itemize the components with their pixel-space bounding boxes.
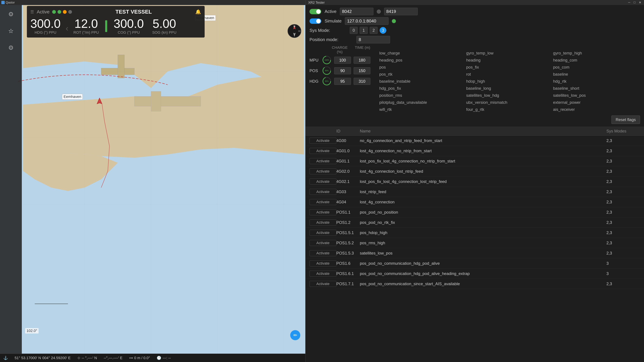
map-svg — [0, 5, 305, 354]
table-col-name: Name — [360, 129, 606, 133]
status-coords-lon: 004° 24.59200' E — [42, 356, 70, 360]
sys-mode-1[interactable]: 1 — [360, 27, 368, 34]
bell-icon[interactable]: 🔔 — [195, 9, 201, 14]
sys-mode-0[interactable]: 0 — [350, 27, 358, 34]
cursor-icon: ⊹ — [77, 356, 80, 360]
flag-external-power: external_power — [553, 99, 640, 105]
activate-4g03-button[interactable]: Activate — [310, 189, 336, 195]
table-row: Activate POS1.5.1 pos_hdop_high 2,3 — [306, 228, 644, 238]
table-row: Activate 4G02.1 lost_pos_fix_lost_4g_con… — [306, 177, 644, 187]
row-name: pos_pod_no_rtk_fix — [360, 220, 606, 225]
activate-pos161-button[interactable]: Activate — [310, 271, 336, 277]
sys-mode-2[interactable]: 2 — [370, 27, 378, 34]
activate-4g011-button[interactable]: Activate — [310, 158, 336, 164]
table-col-sys-modes: Sys Modes — [606, 129, 640, 133]
vessel-name: TEST VESSEL — [116, 9, 152, 15]
row-sys-modes: 2,3 — [606, 220, 640, 225]
activate-pos11-button[interactable]: Activate — [310, 209, 336, 215]
activate-pos16-button[interactable]: Activate — [310, 260, 336, 266]
right-panel: XR2 Tester ─ □ ✕ Active — [305, 0, 644, 362]
sep1: ‹ — [66, 23, 68, 35]
row-name: pos_rms_high — [360, 241, 606, 245]
active-toggle[interactable] — [310, 9, 321, 14]
activate-pos153-button[interactable]: Activate — [310, 250, 336, 256]
table-row: Activate POS1.1 pos_pod_no_position 2,3 — [306, 207, 644, 217]
hdg-charge-input[interactable] — [334, 78, 351, 85]
position-mode-label: Position mode: — [310, 37, 353, 42]
flag-heading: heading — [466, 57, 553, 63]
app-icon — [1, 1, 5, 4]
row-sys-modes: 2,3 — [606, 230, 640, 235]
sidebar-icon-settings[interactable]: ⚙ — [5, 8, 17, 20]
svg-text:100%: 100% — [324, 59, 329, 61]
activate-pos12-button[interactable]: Activate — [310, 220, 336, 226]
rot-label: ROT (°/m) PPU — [74, 30, 99, 35]
reset-flags-button[interactable]: Reset flags — [612, 115, 640, 124]
row-sys-modes: 2,3 — [606, 179, 640, 184]
activate-pos152-button[interactable]: Activate — [310, 240, 336, 246]
row-name: pos_pod_no_communication_hdg_pod_alive — [360, 261, 606, 266]
edit-button[interactable]: ✏ — [290, 330, 300, 340]
activate-4g020-button[interactable]: Activate — [310, 168, 336, 174]
flag-gyro-temp-high: gyro_temp_high — [553, 50, 640, 56]
sidebar-icon-config[interactable]: ⚙ — [5, 42, 17, 54]
mpu-charge-input[interactable] — [334, 57, 351, 64]
activate-4g021-button[interactable]: Activate — [310, 179, 336, 185]
hdg-time-input[interactable] — [354, 78, 370, 85]
hdg-gauge: 95% — [322, 77, 332, 86]
close-button[interactable]: ✕ — [639, 1, 641, 4]
activate-4g00-button[interactable]: Activate — [310, 138, 336, 144]
svg-text:95%: 95% — [325, 80, 329, 82]
sys-mode-buttons: 0 1 2 3 — [350, 27, 386, 34]
flag-baseline-instable: baseline_instable — [379, 78, 466, 84]
active-port-input[interactable] — [340, 8, 374, 15]
right-app-title: XR2 Tester — [308, 1, 325, 4]
row-name: lost_4g_connection_no_ntrip_from_start — [360, 149, 606, 153]
active-toggle-thumb — [316, 9, 320, 14]
flag-wifi-rtk: wifi_rtk — [379, 106, 466, 112]
status-icon-anchor: ⚓ — [3, 356, 8, 360]
location-label-eemhaven: Eemhaven — [62, 94, 83, 100]
row-name: pos_pod_no_position — [360, 210, 606, 215]
svg-rect-7 — [118, 55, 124, 78]
table-row: Activate POS1.5.2 pos_rms_high 2,3 — [306, 238, 644, 248]
table-row: Activate 4G02.0 lost_4g_connection_lost_… — [306, 166, 644, 177]
flag-ais-receiver: ais_receiver — [553, 106, 640, 112]
hdg-label-dev: HDG — [310, 79, 320, 84]
table-row: Activate 4G03 lost_ntrip_feed 2,3 — [306, 187, 644, 197]
active-port-input2[interactable] — [384, 8, 418, 15]
row-id: POS1.1 — [336, 210, 360, 215]
maximize-button[interactable]: □ — [634, 1, 636, 4]
row-sys-modes: 3 — [606, 261, 640, 266]
status-coords-lat: 51° 53.17000' N — [14, 356, 41, 360]
activate-4g04-button[interactable]: Activate — [310, 199, 336, 205]
svg-rect-3 — [134, 96, 201, 106]
flags-col3: gyro_temp_high heading_com pos_com basel… — [553, 50, 640, 112]
row-sys-modes: 2,3 — [606, 189, 640, 194]
flag-pos-fix: pos_fix — [466, 64, 553, 70]
table-col-id: ID — [336, 129, 360, 133]
minimize-button[interactable]: ─ — [628, 1, 630, 4]
pos-gauge: 90% — [322, 66, 332, 75]
hamburger-icon[interactable]: ☰ — [30, 9, 34, 14]
row-name: lost_pos_fix_lost_4g_connection_no_ntrip… — [360, 159, 606, 163]
mpu-time-input[interactable] — [354, 57, 370, 64]
flag-satellites-low-hdg: satellites_low_hdg — [466, 92, 553, 98]
right-titlebar: XR2 Tester ─ □ ✕ — [306, 0, 644, 5]
activate-4g010-button[interactable]: Activate — [310, 148, 336, 154]
position-mode-input[interactable] — [356, 36, 390, 43]
sidebar-icon-star[interactable]: ☆ — [5, 25, 17, 37]
flag-satellites-low-pos: satellites_low_pos — [553, 92, 640, 98]
simulate-toggle[interactable] — [310, 18, 321, 24]
flag-position-rms: position_rms — [379, 92, 466, 98]
sys-mode-3[interactable]: 3 — [380, 27, 386, 34]
row-sys-modes: 2,3 — [606, 138, 640, 143]
pos-charge-input[interactable] — [334, 67, 351, 74]
pos-time-input[interactable] — [354, 67, 370, 74]
activate-pos171-button[interactable]: Activate — [310, 281, 336, 287]
activate-pos151-button[interactable]: Activate — [310, 230, 336, 236]
status-dot-2 — [58, 10, 61, 14]
map-sidebar: ⚙ ☆ ⚙ — [0, 5, 22, 354]
simulate-ip-input[interactable] — [345, 17, 388, 25]
pos-label: POS — [310, 68, 320, 73]
